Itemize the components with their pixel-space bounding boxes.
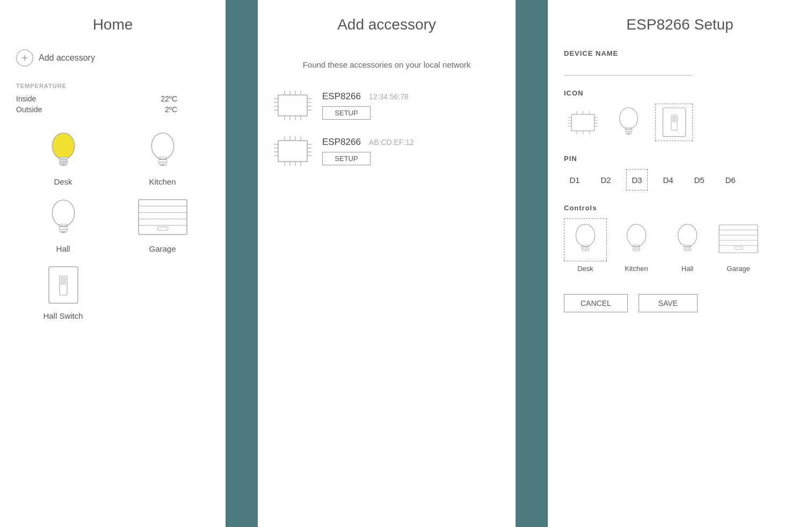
- left-panel-title: Home: [16, 16, 209, 33]
- control-desk[interactable]: Desk: [564, 218, 607, 273]
- control-kitchen[interactable]: Kitchen: [615, 218, 658, 273]
- control-garage[interactable]: Garage: [717, 218, 760, 273]
- save-button[interactable]: SAVE: [639, 294, 698, 312]
- svg-rect-15: [59, 229, 67, 231]
- accessory-mac-1: 12:34:56:78: [369, 92, 409, 101]
- devices-grid: Desk Kitchen Hall: [16, 130, 209, 320]
- icon-option-bulb[interactable]: [610, 104, 647, 141]
- pin-d1[interactable]: D1: [564, 169, 585, 191]
- svg-rect-3: [59, 162, 67, 164]
- pin-d4[interactable]: D4: [657, 169, 679, 191]
- pin-d3[interactable]: D3: [626, 169, 648, 191]
- svg-rect-18: [139, 200, 187, 235]
- device-hall[interactable]: Hall: [16, 197, 110, 253]
- svg-rect-8: [158, 160, 166, 163]
- svg-rect-87: [582, 247, 589, 249]
- inside-label: Inside: [16, 94, 113, 103]
- svg-rect-61: [571, 114, 594, 131]
- svg-rect-102: [734, 247, 743, 250]
- pin-d5[interactable]: D5: [688, 169, 710, 191]
- icon-section-label: ICON: [564, 89, 796, 97]
- svg-rect-96: [684, 249, 691, 251]
- kitchen-bulb-icon: [144, 130, 182, 173]
- control-kitchen-icon-wrap: [615, 218, 658, 261]
- desk-label: Desk: [54, 177, 72, 186]
- device-garage[interactable]: Garage: [115, 197, 209, 253]
- control-desk-icon-wrap: [564, 218, 607, 261]
- hall-bulb-icon: [45, 197, 82, 240]
- inside-value: 22ºC: [113, 94, 209, 103]
- accessory-name-1: ESP8266: [322, 91, 361, 102]
- accessory-info-1: ESP8266 12:34:56:78 SETUP: [322, 91, 409, 120]
- add-accessory-row[interactable]: + Add accessory: [16, 49, 209, 67]
- bulb-icon-option: [614, 105, 643, 140]
- icon-option-chip[interactable]: [564, 104, 601, 141]
- accessory-name-2: ESP8266: [322, 137, 361, 148]
- setup-button-1[interactable]: SETUP: [322, 106, 371, 120]
- device-hall-switch[interactable]: Hall Switch: [16, 264, 110, 320]
- desk-bulb-icon: [45, 130, 82, 173]
- icon-selector-row: [564, 104, 796, 141]
- svg-rect-95: [684, 247, 691, 249]
- control-hall-label: Hall: [682, 265, 693, 273]
- accessory-row-1: ESP8266 12:34:56:78 SETUP: [274, 91, 499, 120]
- hall-switch-icon: [45, 264, 82, 307]
- add-accessory-icon[interactable]: +: [16, 49, 33, 67]
- device-desk[interactable]: Desk: [16, 130, 110, 186]
- svg-rect-84: [672, 115, 676, 122]
- pin-d2[interactable]: D2: [595, 169, 617, 191]
- svg-rect-91: [633, 247, 640, 249]
- svg-point-6: [151, 133, 173, 159]
- svg-rect-14: [59, 227, 67, 230]
- control-hall[interactable]: Hall: [666, 218, 709, 273]
- hall-switch-label: Hall Switch: [43, 311, 83, 320]
- temperature-section-label: TEMPERATURE: [16, 83, 209, 89]
- pin-selector-row: D1 D2 D3 D4 D5 D6: [564, 169, 796, 191]
- svg-rect-27: [278, 95, 307, 116]
- accessory-info-2: ESP8266 AB:CD:EF:12 SETUP: [322, 137, 414, 165]
- garage-label: Garage: [149, 244, 176, 253]
- svg-rect-23: [157, 227, 168, 230]
- esp-chip-icon-2: [274, 136, 311, 166]
- accessory-row-2: ESP8266 AB:CD:EF:12 SETUP: [274, 136, 499, 166]
- garage-icon: [136, 197, 190, 240]
- control-hall-icon: [671, 222, 704, 258]
- pin-d6[interactable]: D6: [720, 169, 741, 191]
- left-panel: Home + Add accessory TEMPERATURE Inside …: [0, 0, 226, 527]
- svg-rect-2: [59, 160, 67, 163]
- cancel-button[interactable]: CANCEL: [564, 294, 628, 312]
- left-divider: [226, 0, 258, 527]
- right-divider: [516, 0, 548, 527]
- middle-panel: Add accessory Found these accessories on…: [258, 0, 516, 527]
- svg-point-85: [576, 224, 595, 247]
- svg-rect-82: [663, 108, 685, 136]
- svg-rect-44: [278, 141, 307, 162]
- switch-icon-option: [659, 105, 689, 140]
- right-panel-title: ESP8266 Setup: [564, 16, 796, 33]
- device-name-input[interactable]: [564, 64, 693, 76]
- found-accessories-text: Found these accessories on your local ne…: [274, 60, 499, 69]
- control-desk-label: Desk: [577, 265, 593, 273]
- accessory-mac-2: AB:CD:EF:12: [369, 138, 414, 147]
- svg-rect-1: [59, 157, 67, 160]
- setup-button-2[interactable]: SETUP: [322, 152, 371, 165]
- svg-rect-97: [719, 225, 758, 253]
- middle-panel-title: Add accessory: [274, 16, 499, 33]
- outside-label: Outside: [16, 105, 113, 114]
- svg-rect-26: [61, 277, 66, 285]
- icon-option-switch[interactable]: [655, 104, 693, 141]
- control-kitchen-label: Kitchen: [625, 265, 648, 273]
- chip-icon-option: [568, 108, 598, 137]
- svg-rect-92: [633, 249, 640, 251]
- hall-label: Hall: [56, 244, 70, 253]
- kitchen-label: Kitchen: [149, 177, 176, 186]
- device-kitchen[interactable]: Kitchen: [115, 130, 209, 186]
- action-buttons-row: CANCEL SAVE: [564, 294, 796, 312]
- control-garage-icon-wrap: [717, 218, 760, 261]
- svg-rect-88: [582, 249, 589, 251]
- svg-rect-79: [625, 131, 632, 133]
- esp-chip-icon-1: [274, 91, 311, 120]
- right-panel: ESP8266 Setup DEVICE NAME ICON: [548, 0, 812, 527]
- svg-point-0: [52, 133, 74, 159]
- controls-section-label: Controls: [564, 204, 796, 212]
